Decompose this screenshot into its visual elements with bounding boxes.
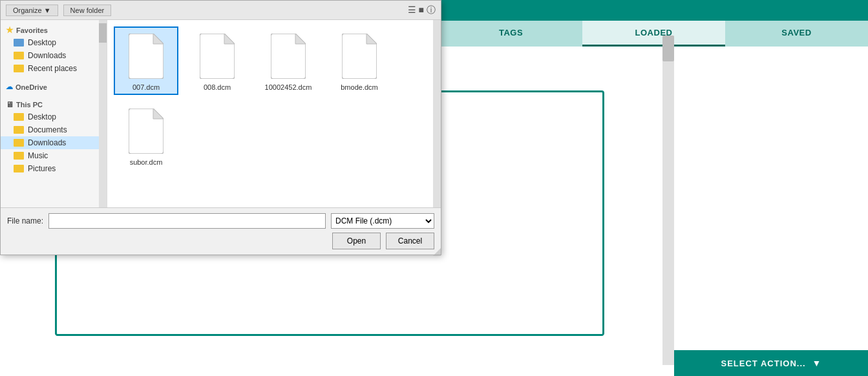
sidebar-item-documents-pc[interactable]: Documents [1, 123, 107, 136]
dialog-body: ★ Favorites Desktop Downloads Recent pla… [1, 20, 441, 207]
folder-icon [14, 65, 24, 72]
file-item-007[interactable]: 007.dcm [114, 26, 178, 95]
resize-icon [433, 248, 441, 256]
file-icon-wrapper [125, 30, 167, 82]
right-scrollbar[interactable] [662, 36, 674, 365]
dialog-bottom: File name: DCM File (.dcm) Open Cancel [1, 207, 441, 255]
cancel-button[interactable]: Cancel [386, 233, 434, 249]
folder-icon [14, 165, 24, 172]
document-icon [129, 109, 164, 154]
nav-panel: ★ Favorites Desktop Downloads Recent pla… [1, 20, 107, 207]
filename-row: File name: DCM File (.dcm) [7, 213, 434, 229]
tab-saved[interactable]: SAVED [725, 21, 868, 47]
folder-icon [14, 113, 24, 121]
files-area: 007.dcm 008.dcm [107, 20, 441, 207]
tabs-container: TAGS LOADED SAVED [439, 21, 868, 47]
sidebar-item-desktop-fav[interactable]: Desktop [1, 36, 107, 49]
dialog-toolbar: Organize ▼ New folder ☰ ■ ⓘ [1, 1, 441, 20]
file-name-008: 008.dcm [204, 83, 231, 91]
new-folder-button[interactable]: New folder [63, 5, 112, 16]
computer-icon: 🖥 [6, 100, 14, 109]
folder-icon [14, 139, 24, 147]
sidebar-item-downloads-fav[interactable]: Downloads [1, 49, 107, 62]
sidebar-item-downloads-pc[interactable]: Downloads [1, 136, 107, 149]
document-icon [129, 34, 164, 79]
view-icon-1[interactable]: ☰ [408, 5, 416, 16]
files-grid: 007.dcm 008.dcm [107, 20, 441, 176]
sidebar-item-desktop-pc[interactable]: Desktop [1, 110, 107, 123]
open-button[interactable]: Open [332, 233, 381, 249]
chevron-down-icon: ▼ [812, 358, 821, 368]
tab-loaded[interactable]: LOADED [582, 21, 725, 47]
tab-tags[interactable]: TAGS [439, 21, 582, 47]
file-icon-wrapper [196, 30, 238, 82]
thispc-section: 🖥 This PC Desktop Documents Downloads [1, 95, 107, 178]
favorites-section: ★ Favorites Desktop Downloads Recent pla… [1, 20, 107, 78]
star-icon: ★ [6, 25, 14, 35]
favorites-header: ★ Favorites [1, 23, 107, 36]
file-name-007: 007.dcm [132, 83, 160, 91]
resize-handle[interactable] [433, 247, 441, 255]
filename-input[interactable] [48, 213, 326, 229]
document-icon [271, 34, 306, 79]
nav-scrollbar[interactable] [99, 20, 107, 207]
onedrive-header: ☁ OneDrive [1, 80, 107, 92]
file-icon-wrapper [125, 105, 167, 157]
filetype-select[interactable]: DCM File (.dcm) [331, 213, 434, 229]
document-icon [200, 34, 235, 79]
file-open-dialog: Organize ▼ New folder ☰ ■ ⓘ ★ Favorites … [0, 0, 441, 255]
file-icon-wrapper [268, 30, 309, 82]
file-name-10002452: 10002452.dcm [265, 83, 312, 91]
select-action-label: SELECT ACTION... [721, 359, 806, 368]
onedrive-icon: ☁ [6, 83, 13, 91]
sidebar-item-recent-fav[interactable]: Recent places [1, 62, 107, 75]
organize-button[interactable]: Organize ▼ [6, 5, 58, 16]
sidebar-item-pictures-pc[interactable]: Pictures [1, 162, 107, 175]
onedrive-section: ☁ OneDrive [1, 78, 107, 95]
thispc-header: 🖥 This PC [1, 98, 107, 110]
file-item-10002452[interactable]: 10002452.dcm [256, 26, 321, 95]
nav-scrollbar-thumb[interactable] [99, 23, 107, 43]
file-name-bmode: bmode.dcm [341, 83, 377, 91]
sidebar-item-music-pc[interactable]: Music [1, 149, 107, 162]
file-item-subor[interactable]: subor.dcm [114, 101, 178, 170]
file-item-008[interactable]: 008.dcm [185, 26, 249, 95]
folder-icon [14, 39, 24, 47]
file-name-subor: subor.dcm [130, 158, 163, 166]
folder-icon [14, 126, 24, 134]
files-scrollbar[interactable] [433, 20, 441, 207]
folder-icon [14, 52, 24, 59]
bottom-action-bar[interactable]: SELECT ACTION... ▼ [674, 350, 868, 376]
view-icon-2[interactable]: ■ [419, 5, 424, 16]
filename-label: File name: [7, 216, 43, 225]
file-icon-wrapper [339, 30, 380, 82]
file-item-bmode[interactable]: bmode.dcm [327, 26, 392, 95]
document-icon [342, 34, 377, 79]
dialog-actions: Open Cancel [7, 233, 434, 249]
help-icon[interactable]: ⓘ [427, 5, 436, 16]
scrollbar-thumb[interactable] [662, 36, 674, 61]
folder-icon [14, 152, 24, 160]
